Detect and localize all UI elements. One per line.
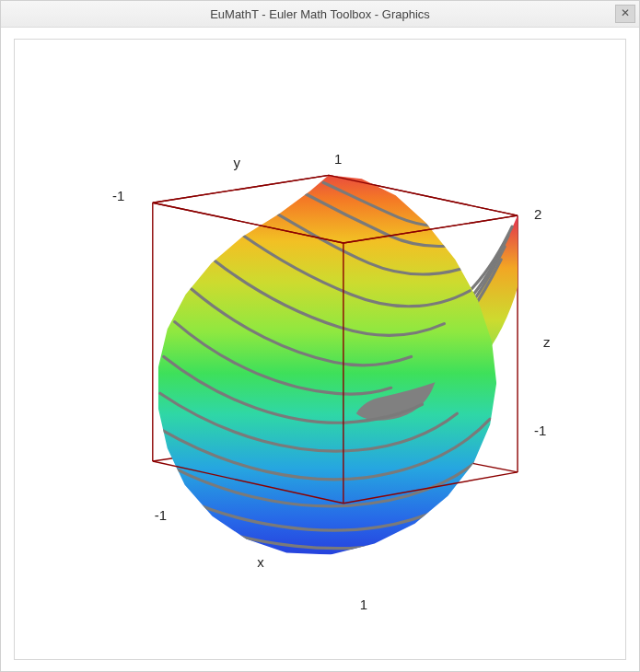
surface-main [125, 158, 519, 571]
label-x-minus1: -1 [155, 507, 167, 523]
label-x-plus1: 1 [360, 597, 367, 612]
app-window: EuMathT - Euler Math Toolbox - Graphics … [0, 0, 640, 672]
label-x: x [257, 554, 264, 570]
label-z: z [543, 335, 550, 351]
plot-svg: -1 y 1 2 z -1 -1 x 1 [15, 40, 625, 659]
title-bar[interactable]: EuMathT - Euler Math Toolbox - Graphics … [1, 1, 639, 28]
label-y-plus1: 1 [334, 151, 342, 167]
label-y: y [233, 155, 240, 170]
client-area: -1 y 1 2 z -1 -1 x 1 [1, 28, 639, 671]
plot-canvas[interactable]: -1 y 1 2 z -1 -1 x 1 [14, 39, 626, 660]
label-z-plus2: 2 [534, 206, 541, 222]
window-close-button[interactable]: ✕ [615, 5, 635, 23]
window-title: EuMathT - Euler Math Toolbox - Graphics [210, 7, 430, 21]
svg-rect-0 [125, 158, 519, 571]
label-y-minus1: -1 [112, 188, 124, 203]
label-z-minus1: -1 [534, 423, 546, 438]
close-icon: ✕ [621, 6, 630, 19]
